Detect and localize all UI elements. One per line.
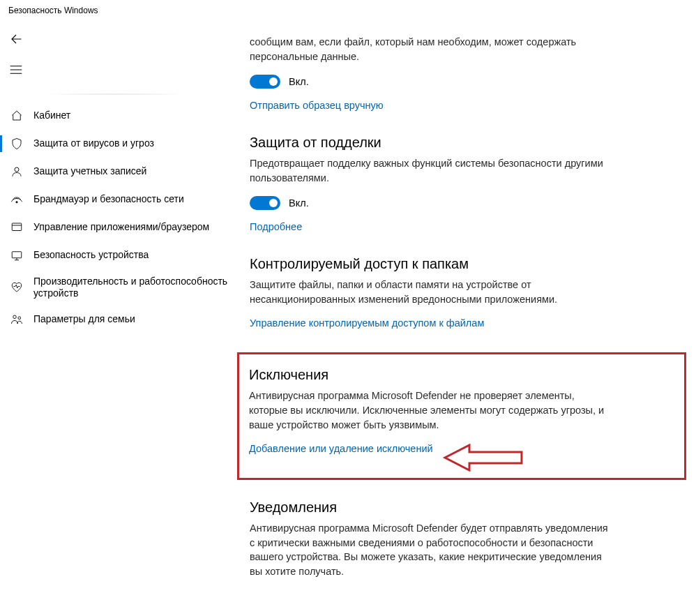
submit-sample-link[interactable]: Отправить образец вручную <box>250 100 682 111</box>
notifications-heading: Уведомления <box>250 499 682 516</box>
sidebar-item-device-security[interactable]: Безопасность устройства <box>0 241 230 269</box>
section-notifications: Уведомления Антивирусная программа Micro… <box>250 499 682 578</box>
svg-point-0 <box>15 167 19 172</box>
arrow-left-icon <box>441 444 525 472</box>
svg-point-1 <box>16 202 17 203</box>
tamper-more-link[interactable]: Подробнее <box>250 221 682 232</box>
highlight-annotation-box: Исключения Антивирусная программа Micros… <box>237 352 686 480</box>
sidebar-item-label: Кабинет <box>33 110 70 122</box>
tamper-heading: Защита от подделки <box>250 135 682 151</box>
sample-submission-toggle[interactable] <box>250 75 280 89</box>
tamper-toggle-row: Вкл. <box>250 196 682 210</box>
sidebar-item-home[interactable]: Кабинет <box>0 102 230 130</box>
toggle-label: Вкл. <box>289 197 309 209</box>
sidebar-item-performance[interactable]: Производительность и работоспособность у… <box>0 269 230 306</box>
app-control-icon <box>10 220 24 234</box>
svg-point-5 <box>18 317 21 320</box>
network-icon <box>10 193 24 206</box>
exclusions-heading: Исключения <box>249 367 674 383</box>
sample-submission-toggle-row: Вкл. <box>250 75 682 89</box>
exclusions-desc: Антивирусная программа Microsoft Defende… <box>249 389 612 432</box>
sidebar-item-app-browser[interactable]: Управление приложениями/браузером <box>0 213 230 241</box>
sidebar-item-label: Защита учетных записей <box>33 165 146 178</box>
toggle-thumb <box>269 77 278 86</box>
sidebar-item-label: Параметры для семьи <box>33 313 135 326</box>
family-icon <box>10 313 24 326</box>
section-tamper-protection: Защита от подделки Предотвращает подделк… <box>250 135 682 232</box>
sidebar-item-label: Производительность и работоспособность у… <box>33 276 230 300</box>
sidebar-item-firewall[interactable]: Брандмауэр и безопасность сети <box>0 186 230 213</box>
sidebar-item-virus-threat[interactable]: Защита от вирусов и угроз <box>0 130 230 158</box>
sidebar-item-label: Защита от вирусов и угроз <box>33 137 154 150</box>
account-icon <box>10 165 24 179</box>
tamper-desc: Предотвращает подделку важных функций си… <box>250 156 612 185</box>
back-button[interactable] <box>0 25 28 53</box>
svg-rect-2 <box>12 223 22 231</box>
sidebar-item-family[interactable]: Параметры для семьи <box>0 306 230 333</box>
hamburger-icon <box>10 65 22 75</box>
hamburger-menu[interactable] <box>0 56 28 84</box>
notifications-desc: Антивирусная программа Microsoft Defende… <box>250 521 612 578</box>
device-security-icon <box>10 248 24 262</box>
cfa-desc: Защитите файлы, папки и области памяти н… <box>250 278 612 306</box>
tamper-toggle[interactable] <box>250 196 280 210</box>
section-controlled-folder-access: Контролируемый доступ к папкам Защитите … <box>250 256 682 329</box>
sidebar-item-label: Безопасность устройства <box>33 249 149 262</box>
svg-point-4 <box>13 315 17 319</box>
svg-rect-3 <box>12 252 22 258</box>
sidebar-item-account-protection[interactable]: Защита учетных записей <box>0 158 230 186</box>
divider <box>35 93 195 95</box>
cfa-heading: Контролируемый доступ к папкам <box>250 256 682 272</box>
window-title: Безопасность Windows <box>0 0 696 21</box>
sidebar: Кабинет Защита от вирусов и угроз Защита… <box>0 21 230 616</box>
content-area: сообщим вам, если файл, который нам необ… <box>230 21 696 616</box>
back-arrow-icon <box>10 33 22 45</box>
annotation-arrow <box>441 444 525 474</box>
sidebar-item-label: Брандмауэр и безопасность сети <box>33 193 184 206</box>
cfa-manage-link[interactable]: Управление контролируемым доступом к фай… <box>250 317 682 329</box>
home-icon <box>10 109 24 123</box>
shield-icon <box>10 137 24 151</box>
section-sample-submission: сообщим вам, если файл, который нам необ… <box>250 35 682 111</box>
toggle-thumb <box>269 199 278 207</box>
heart-icon <box>10 280 24 294</box>
sample-submission-desc: сообщим вам, если файл, который нам необ… <box>250 35 612 63</box>
main-area: Кабинет Защита от вирусов и угроз Защита… <box>0 21 696 616</box>
toggle-label: Вкл. <box>289 76 309 87</box>
sidebar-item-label: Управление приложениями/браузером <box>33 221 209 234</box>
